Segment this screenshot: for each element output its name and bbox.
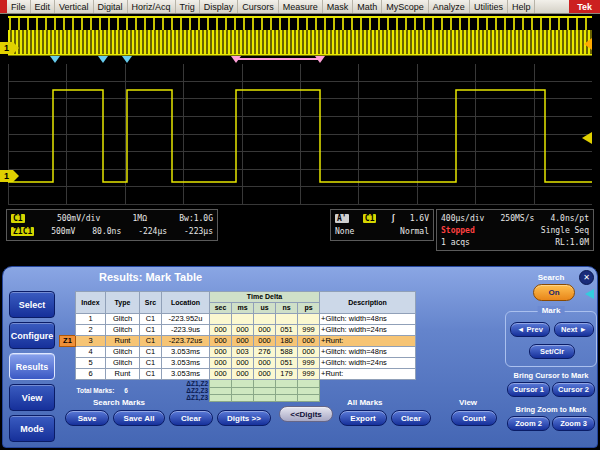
delta-sum-cell xyxy=(210,380,232,388)
cell-delta: 000 xyxy=(298,336,320,347)
ch1-coupling: 1MΩ xyxy=(133,214,147,223)
cell-delta: 999 xyxy=(298,369,320,380)
sidebar-item-configure[interactable]: Configure xyxy=(9,322,55,349)
cell-index: 1 xyxy=(76,314,106,325)
delta-sum-cell xyxy=(210,394,232,401)
scroll-left-icon[interactable] xyxy=(585,289,594,299)
cell-delta: 000 xyxy=(254,369,276,380)
total-marks-label: Total Marks: xyxy=(77,387,115,394)
menu-item-display[interactable]: Display xyxy=(200,0,239,13)
cell-delta: 003 xyxy=(232,347,254,358)
cell-delta: 000 xyxy=(210,325,232,336)
table-row-selected[interactable]: Z1 3 Runt C1 -223.72us 000 000 000 180 0… xyxy=(60,336,416,347)
cell-location: 3.053ms xyxy=(162,347,210,358)
zoom2-button[interactable]: Zoom 2 xyxy=(507,416,550,431)
menu-item-horiz-acq[interactable]: Horiz/Acq xyxy=(128,0,176,13)
row-marker xyxy=(60,325,76,336)
menu-item-trig[interactable]: Trig xyxy=(176,0,200,13)
menu-item-file[interactable]: File xyxy=(7,0,31,13)
save-all-button[interactable]: Save All xyxy=(113,410,165,426)
menu-bar: File Edit Vertical Digital Horiz/Acq Tri… xyxy=(0,0,600,14)
channel1-position-marker[interactable]: 1 xyxy=(0,170,19,182)
table-row[interactable]: 6 Runt C1 3.053ms 000 000 000 179 999 +R… xyxy=(60,369,416,380)
horizontal-readout[interactable]: 400µs/div 250MS/s 4.0ns/pt Stopped Singl… xyxy=(436,209,594,251)
cell-description: +Glitch: width=48ns xyxy=(320,347,416,358)
trigger-holdoff: None xyxy=(335,227,354,236)
search-on-button[interactable]: On xyxy=(533,284,575,301)
channel-readout[interactable]: C1 500mV/div 1MΩ Bw:1.0G Z1C1 500mV 80.0… xyxy=(6,209,218,241)
menu-item-myscope[interactable]: MyScope xyxy=(382,0,429,13)
menu-item-mask[interactable]: Mask xyxy=(323,0,354,13)
menu-item-edit[interactable]: Edit xyxy=(31,0,56,13)
cell-src: C1 xyxy=(140,358,162,369)
delta-sum-cell xyxy=(298,394,320,401)
unit-sec: sec xyxy=(210,303,232,314)
export-button[interactable]: Export xyxy=(339,410,387,426)
cell-delta: 000 xyxy=(210,347,232,358)
cell-src: C1 xyxy=(140,314,162,325)
set-clear-mark-button[interactable]: Set/Clr xyxy=(529,344,575,359)
menu-item-utilities[interactable]: Utilities xyxy=(470,0,508,13)
menu-item-measure[interactable]: Measure xyxy=(279,0,323,13)
cell-location: 3.053ms xyxy=(162,358,210,369)
trigger-level-marker[interactable] xyxy=(582,132,592,144)
table-row[interactable]: 1 Glitch C1 -223.952u +Glitch: width=48n… xyxy=(60,314,416,325)
menu-item-math[interactable]: Math xyxy=(353,0,382,13)
cursor1-button[interactable]: Cursor 1 xyxy=(507,382,550,397)
unit-ms: ms xyxy=(232,303,254,314)
delta-sum-cell xyxy=(276,380,298,388)
trigger-a-badge: A' xyxy=(335,214,349,223)
view-label: View xyxy=(459,398,477,407)
delta-summary-row: Total Marks:6 ΔZ2,Z3 xyxy=(60,387,416,394)
zoom-region-marker[interactable] xyxy=(231,56,325,63)
table-row[interactable]: 2 Glitch C1 -223.9us 000 000 000 051 999… xyxy=(60,325,416,336)
menu-item-digital[interactable]: Digital xyxy=(94,0,128,13)
cursor2-button[interactable]: Cursor 2 xyxy=(552,382,595,397)
search-marks-label: Search Marks xyxy=(93,398,145,407)
clear-all-marks-button[interactable]: Clear xyxy=(391,410,431,426)
clear-search-marks-button[interactable]: Clear xyxy=(169,410,213,426)
cell-index: 6 xyxy=(76,369,106,380)
zoom-scale: 500mV xyxy=(51,227,75,236)
delta-sum-cell xyxy=(254,380,276,388)
count-button[interactable]: Count xyxy=(451,410,497,426)
cell-description: +Runt: xyxy=(320,369,416,380)
menu-item-analyze[interactable]: Analyze xyxy=(429,0,470,13)
search-label: Search xyxy=(503,273,599,282)
delta-sum-cell xyxy=(232,394,254,401)
cell-delta: 000 xyxy=(254,358,276,369)
table-row[interactable]: 4 Glitch C1 3.053ms 000 003 276 588 000 … xyxy=(60,347,416,358)
cell-description: +Glitch: width=24ns xyxy=(320,325,416,336)
cell-description: +Glitch: width=48ns xyxy=(320,314,416,325)
table-row[interactable]: 5 Glitch C1 3.053ms 000 000 000 051 999 … xyxy=(60,358,416,369)
record-overview[interactable] xyxy=(8,16,592,56)
cell-src: C1 xyxy=(140,347,162,358)
cell-description: +Glitch: width=24ns xyxy=(320,358,416,369)
cell-delta: 000 xyxy=(254,336,276,347)
digits-more-button[interactable]: Digits >> xyxy=(217,410,271,426)
total-marks-value: 6 xyxy=(124,387,128,394)
bring-zoom-label: Bring Zoom to Mark xyxy=(503,405,599,414)
delta-sum-cell xyxy=(276,394,298,401)
zoom3-button[interactable]: Zoom 3 xyxy=(552,416,595,431)
sidebar-item-results[interactable]: Results xyxy=(9,353,55,380)
col-src: Src xyxy=(140,292,162,314)
menu-item-cursors[interactable]: Cursors xyxy=(238,0,279,13)
cell-delta: 999 xyxy=(298,325,320,336)
delta-sum-cell xyxy=(298,387,320,394)
zoom-mark-badge: Z1 xyxy=(60,336,76,347)
menu-item-help[interactable]: Help xyxy=(508,0,536,13)
cell-delta: 000 xyxy=(210,358,232,369)
next-mark-button[interactable]: Next ► xyxy=(554,322,594,337)
record-length: RL:1.0M xyxy=(555,238,589,247)
prev-mark-button[interactable]: ◄ Prev xyxy=(510,322,550,337)
save-button[interactable]: Save xyxy=(65,410,109,426)
sidebar-item-mode[interactable]: Mode xyxy=(9,415,55,442)
digits-less-button[interactable]: <<Digits xyxy=(279,406,333,422)
menu-item-vertical[interactable]: Vertical xyxy=(55,0,94,13)
sidebar-item-select[interactable]: Select xyxy=(9,291,55,318)
trigger-readout[interactable]: A' C1 ∫ 1.6V None Normal xyxy=(330,209,434,241)
sidebar-item-view[interactable]: View xyxy=(9,384,55,411)
cell-location: -223.952u xyxy=(162,314,210,325)
search-mark-icons[interactable] xyxy=(50,56,132,63)
